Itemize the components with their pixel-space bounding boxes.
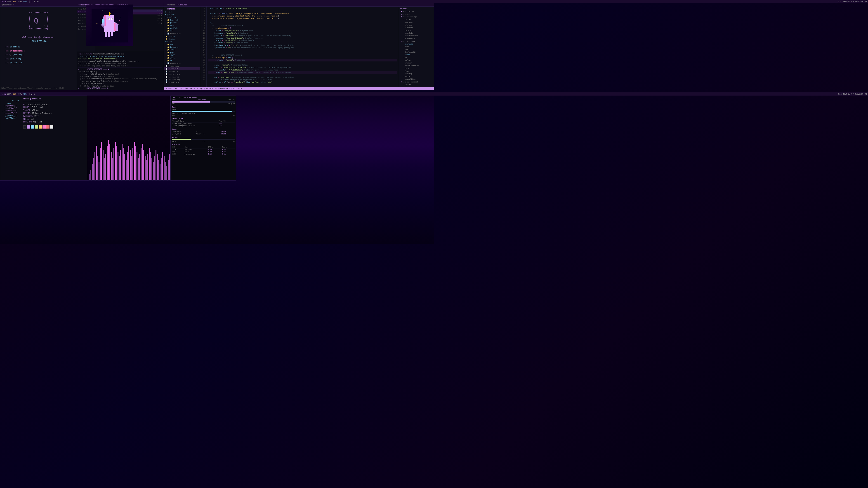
op-hostname[interactable]: · hostname xyxy=(399,21,434,24)
menu-new-tab[interactable]: [t] [New tab] xyxy=(5,57,74,61)
op-defaultroamdir[interactable]: · defaultRoamDir xyxy=(399,64,434,67)
code-content[interactable]: description = "Flake of LibrePhoenix"; o… xyxy=(207,6,399,90)
ft-home-lab[interactable]: 📁 home-lab xyxy=(164,19,200,21)
ft-readme-user[interactable]: 📄 README.org xyxy=(164,62,200,65)
op-email[interactable]: · email xyxy=(399,48,434,51)
sm-proc-name3: pipewire-pu xyxy=(184,153,207,155)
mem-indicator: 100% xyxy=(18,1,22,3)
ft-install-org[interactable]: 📄 install.org xyxy=(164,73,200,75)
op-wmtype[interactable]: · wmType xyxy=(399,59,434,61)
editor-tab-flake[interactable]: flake.nix xyxy=(178,4,187,6)
op-bootmode[interactable]: · bootMode xyxy=(399,32,434,34)
sm-disk-size2: 503GB xyxy=(221,133,235,135)
sm-disk-dev2: /dev/dm-0 xyxy=(172,133,195,135)
op-np-system[interactable]: · system xyxy=(399,83,434,86)
op-username[interactable]: · username xyxy=(399,42,434,45)
op-editor[interactable]: · editor xyxy=(399,75,434,78)
sm-net-idle: 0% xyxy=(233,140,235,142)
qutebrowser-logo: Q xyxy=(25,11,52,32)
op-user-settings[interactable]: ▼ userSettings xyxy=(399,40,434,42)
op-system[interactable]: · system xyxy=(399,18,434,21)
ft-app[interactable]: 📁 app xyxy=(164,43,200,46)
ft-themes[interactable]: 📁 themes xyxy=(164,37,200,40)
ft-lang[interactable]: 📁 lang xyxy=(164,48,200,51)
op-timezone[interactable]: · timezone xyxy=(399,26,434,29)
sm-cpu-0s: 0ds xyxy=(172,103,175,105)
ft-personal[interactable]: 📁 personal xyxy=(164,21,200,24)
esb-file: .dotfiles/flake.nix xyxy=(174,88,192,90)
ft-wsl[interactable]: 📁 wsl xyxy=(164,29,200,32)
sm-proc-mem3: 0.1% xyxy=(221,153,235,155)
sm-proc-row-1: 2520 Hyprland 0.35 0.4% xyxy=(172,149,235,151)
ws-sep: │ xyxy=(29,1,30,3)
op-browser[interactable]: · browser xyxy=(399,61,434,64)
menu-quickmarks[interactable]: [b] [Quickmarks] xyxy=(5,49,74,53)
op-system-settings[interactable]: ▼ systemSettings xyxy=(399,15,434,18)
viz-bar xyxy=(161,158,162,180)
op-fontpkg[interactable]: · fontPkg xyxy=(399,72,434,75)
ft-system[interactable]: 📁 system xyxy=(164,35,200,37)
viz-bar xyxy=(128,146,129,180)
ft-patches[interactable]: ▶ patches xyxy=(164,13,200,16)
op-font[interactable]: · font xyxy=(399,70,434,72)
op-profile[interactable]: · profile xyxy=(399,24,434,26)
ws1[interactable]: 1 xyxy=(31,1,32,3)
op-nixpkgs-patched[interactable]: ▼ nixpkgs-patched xyxy=(399,80,434,83)
mem-val2: 400s xyxy=(23,93,27,95)
viz-bar xyxy=(116,146,117,180)
viz-bar xyxy=(149,148,150,180)
ft-shell[interactable]: 📁 shell xyxy=(164,54,200,57)
viz-bar xyxy=(162,152,163,180)
cpu-indicator2: 100% xyxy=(7,93,11,95)
ft-pkgs[interactable]: 📁 pkgs xyxy=(164,51,200,54)
sm-mem-labels: 100% xyxy=(172,108,235,110)
op-bootmountpath[interactable]: · bootMountPath xyxy=(399,34,434,37)
menu-history[interactable]: [S h] [History] xyxy=(5,53,74,57)
op-spawneditor[interactable]: · spawnEditor xyxy=(399,78,434,80)
ft-install-sh[interactable]: 📄 install.sh xyxy=(164,75,200,78)
op-description[interactable]: ◆ description xyxy=(399,10,434,13)
ft-desktop-png[interactable]: 📄 desktop.png xyxy=(164,78,200,81)
ft-harden[interactable]: 📄 harden.sh xyxy=(164,70,200,73)
viz-bar xyxy=(96,146,97,180)
sm-proc-table: PID Name CPU(%) Mem(%) 2520 Hyprland 0.3… xyxy=(172,146,235,155)
op-name[interactable]: · name xyxy=(399,45,434,48)
ft-flake-lock[interactable]: 📄 flake.lock xyxy=(164,65,200,67)
viz-bar xyxy=(164,156,164,180)
ft-flake-nix[interactable]: 📄 flake.nix xyxy=(164,67,200,70)
ft-profiles[interactable]: ▼ profiles xyxy=(164,16,200,19)
menu-search[interactable]: [o] [Search] xyxy=(5,45,74,49)
svg-point-10 xyxy=(123,13,123,13)
cpu2: 29% xyxy=(13,93,16,95)
menu-close-tab[interactable]: [x] [Close tab] xyxy=(5,61,74,65)
ft-wm[interactable]: 📁 wm xyxy=(164,59,200,62)
op-term[interactable]: · term xyxy=(399,67,434,70)
svg-point-12 xyxy=(94,22,94,22)
ws3[interactable]: 10$ xyxy=(36,1,39,3)
op-dotfilesdir[interactable]: · dotfilesDir xyxy=(399,51,434,53)
ft-readme-profiles[interactable]: 📄 README.org xyxy=(164,32,200,35)
ft-git[interactable]: ▶ .git xyxy=(164,10,200,13)
ft-style[interactable]: 📁 style xyxy=(164,57,200,59)
statusbar-top: Tech 100% 29% 100% 400s │ 1 8 10$ Sat 20… xyxy=(0,0,434,3)
ft-readme-root[interactable]: 📄 README.org xyxy=(164,81,200,84)
ws5[interactable]: 5 xyxy=(34,93,35,95)
ws4[interactable]: 2 xyxy=(31,93,32,95)
ft-hardware[interactable]: 📁 hardware xyxy=(164,46,200,48)
pixel-art-window: ✦ ✦ · xyxy=(86,4,133,46)
ft-work[interactable]: 📁 work xyxy=(164,24,200,27)
op-theme[interactable]: · theme xyxy=(399,53,434,56)
op-wm[interactable]: · wm xyxy=(399,56,434,59)
viz-bar xyxy=(105,154,106,180)
editor-body: .dotfiles ▶ .git ▶ patches ▼ profiles 📁 … xyxy=(164,6,434,90)
op-grubdevice[interactable]: · grubDevice xyxy=(399,37,434,40)
ws2[interactable]: 8 xyxy=(34,1,35,3)
sm-temp-title: Temperatures xyxy=(172,118,235,120)
op-outputs[interactable]: ◆ outputs xyxy=(399,13,434,15)
sm-temp-val2: 58°C xyxy=(218,125,235,127)
sm-disk-section: Disks /dev/dm-0 / 504GB /dev/dm-0 /nix/s… xyxy=(172,128,235,135)
svg-point-8 xyxy=(96,12,96,12)
op-locale[interactable]: · locale xyxy=(399,29,434,32)
ft-worklab[interactable]: 📁 worklab xyxy=(164,27,200,29)
ft-user[interactable]: ▼ user xyxy=(164,40,200,43)
